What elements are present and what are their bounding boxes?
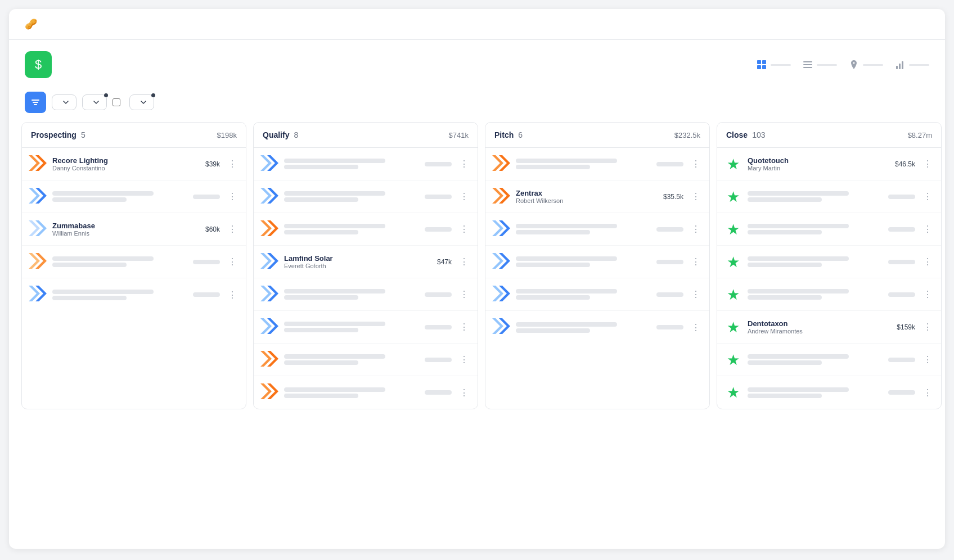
svg-rect-8 (899, 64, 901, 69)
card-menu-button[interactable]: ⋮ (457, 387, 471, 398)
card-content (516, 255, 651, 269)
card-content (284, 320, 419, 334)
card-menu-button[interactable]: ⋮ (689, 322, 703, 333)
column-value: $8.27m (908, 131, 932, 139)
blue-icon (29, 286, 47, 304)
toolbar (9, 87, 945, 122)
only-hot-checkbox-label[interactable] (112, 98, 124, 106)
card-name[interactable]: Zummabase (52, 222, 200, 230)
card-name[interactable]: Dentotaxon (748, 319, 891, 328)
card: Recore LightingDanny Constantino$39k⋮ (22, 148, 246, 180)
placeholder-line (748, 256, 849, 261)
placeholder-line (284, 191, 385, 196)
column-header-left: Close103 (726, 130, 765, 139)
placeholder-value (193, 193, 220, 201)
card-content (748, 255, 883, 269)
card-name[interactable]: Quotetouch (748, 156, 889, 165)
grid-view-button[interactable] (756, 59, 791, 70)
card-content (284, 222, 419, 236)
placeholder-line (52, 256, 154, 261)
card-menu-button[interactable]: ⋮ (689, 256, 703, 267)
card-menu-button[interactable]: ⋮ (689, 224, 703, 234)
placeholder-line (748, 387, 849, 392)
assignee-dropdown[interactable] (52, 94, 76, 110)
placeholder-value (656, 323, 683, 331)
card: ⋮ (485, 246, 709, 278)
chart-view-button[interactable] (894, 59, 929, 70)
card-menu-button[interactable]: ⋮ (921, 256, 934, 267)
card-name[interactable]: Recore Lighting (52, 156, 200, 165)
card-menu-button[interactable]: ⋮ (921, 224, 934, 234)
card-menu-button[interactable]: ⋮ (226, 159, 239, 169)
card: ZentraxRobert Wilkerson$35.5k⋮ (485, 180, 709, 213)
card: ⋮ (254, 278, 478, 311)
card-menu-button[interactable]: ⋮ (457, 224, 471, 234)
card-menu-button[interactable]: ⋮ (457, 354, 471, 365)
card-content (284, 386, 419, 400)
card-menu-button[interactable]: ⋮ (921, 387, 934, 398)
column-count: 6 (518, 130, 523, 139)
only-hot-checkbox[interactable] (112, 98, 120, 106)
card-name[interactable]: Zentrax (516, 189, 658, 197)
card: ★⋮ (717, 278, 941, 311)
svg-rect-6 (803, 67, 812, 68)
card-content (748, 287, 883, 301)
placeholder-line (516, 159, 617, 163)
card-content: DentotaxonAndrew Miramontes (748, 319, 891, 335)
placeholder-line (52, 296, 127, 300)
card-content (52, 288, 187, 302)
card-menu-button[interactable]: ⋮ (226, 191, 239, 202)
status-dropdown[interactable] (82, 94, 107, 110)
placeholder-value (425, 291, 452, 299)
page-header-left: $ (25, 51, 61, 78)
placeholder-line (748, 394, 822, 398)
card: Lamfind SolarEverett Goforth$47k⋮ (254, 246, 478, 278)
placeholder-value (425, 323, 452, 331)
card-menu-button[interactable]: ⋮ (689, 289, 703, 300)
card-name[interactable]: Lamfind Solar (284, 254, 431, 263)
filter-button[interactable] (25, 92, 46, 113)
svg-rect-4 (803, 61, 812, 62)
blue-icon (260, 286, 278, 304)
logo: 🥜 (22, 18, 37, 30)
placeholder-value (888, 356, 915, 364)
pipeline-dropdown[interactable] (129, 94, 154, 110)
page-header: $ (9, 40, 945, 87)
column-value: $232.5k (674, 131, 700, 139)
placeholder-value (425, 193, 452, 201)
card-menu-button[interactable]: ⋮ (921, 159, 934, 169)
card: ⋮ (22, 180, 246, 213)
card-menu-button[interactable]: ⋮ (921, 322, 934, 332)
card-menu-button[interactable]: ⋮ (457, 256, 471, 267)
card-menu-button[interactable]: ⋮ (226, 256, 239, 267)
star-icon: ★ (724, 385, 742, 400)
card-menu-button[interactable]: ⋮ (226, 224, 239, 234)
card-menu-button[interactable]: ⋮ (921, 354, 934, 365)
map-view-button[interactable] (848, 59, 883, 70)
list-view-button[interactable] (802, 59, 837, 70)
column-body-prospecting: Recore LightingDanny Constantino$39k⋮ ⋮ … (22, 148, 246, 311)
card-menu-button[interactable]: ⋮ (689, 159, 703, 169)
blue-icon (492, 318, 510, 336)
card-menu-button[interactable]: ⋮ (457, 159, 471, 169)
placeholder-line (748, 263, 822, 267)
card-menu-button[interactable]: ⋮ (226, 290, 239, 300)
card-menu-button[interactable]: ⋮ (921, 191, 934, 202)
blue-icon (492, 286, 510, 304)
card-menu-button[interactable]: ⋮ (457, 322, 471, 332)
card: ZummabaseWilliam Ennis$60k⋮ (22, 213, 246, 246)
placeholder-value (888, 193, 915, 201)
card-person: Everett Goforth (284, 263, 431, 269)
blue-icon (260, 318, 278, 336)
card-content (52, 255, 187, 269)
card-menu-button[interactable]: ⋮ (689, 191, 703, 202)
card-menu-button[interactable]: ⋮ (921, 289, 934, 300)
placeholder-line (748, 230, 822, 234)
card-content (516, 287, 651, 301)
card-menu-button[interactable]: ⋮ (457, 191, 471, 202)
svg-rect-9 (902, 61, 903, 69)
card-menu-button[interactable]: ⋮ (457, 289, 471, 300)
placeholder-line (284, 230, 358, 234)
placeholder-line (748, 354, 849, 359)
placeholder-line (748, 360, 822, 365)
